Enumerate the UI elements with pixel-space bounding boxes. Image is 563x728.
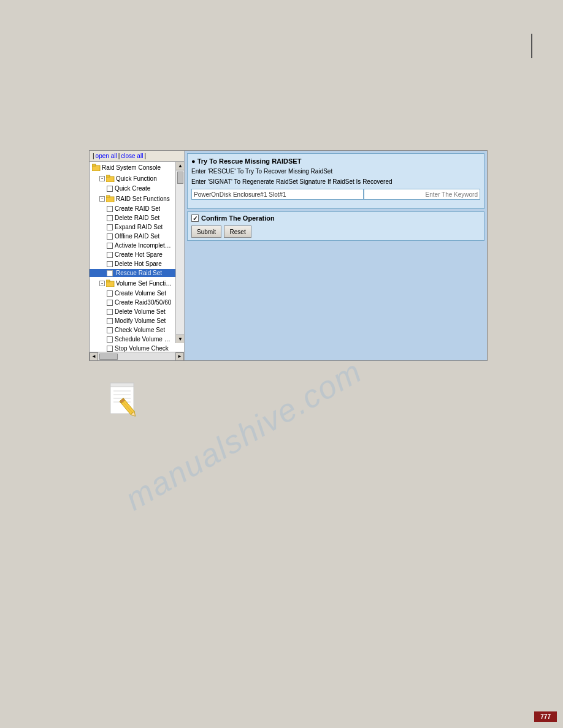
reset-button[interactable]: Reset [224,226,251,238]
svg-rect-11 [110,383,134,387]
quick-create-checkbox[interactable] [107,186,113,192]
scroll-left-arrow[interactable]: ◄ [90,352,98,361]
scroll-thumb[interactable] [177,172,183,184]
folder-icon-volume-set-functions [106,279,115,287]
modify-volume-set-checkbox[interactable] [107,318,113,324]
offline-raid-set-checkbox[interactable] [107,233,113,240]
keyword-row [191,189,480,200]
expand-raid-set-checkbox[interactable] [107,224,113,230]
pipe-left: | [93,153,94,159]
tree-item-raid-system-console[interactable]: Raid System Console [90,162,175,173]
tree-scroll-content: Raid System Console - [90,162,184,352]
note-icon-area [107,380,144,423]
tree-vertical-scrollbar[interactable]: ▲ ▼ [175,162,184,343]
right-content-area: Try To Rescue Missing RAIDSET Enter 'RES… [187,153,484,209]
tree-item-stop-volume-check[interactable]: Stop Volume Check [90,344,175,352]
info-line1: Enter 'RESCUE' To Try To Recover Missing… [191,167,480,176]
folder-icon-quick-function [106,174,115,183]
main-container: | open all | close all | [89,150,488,361]
create-hot-spare-checkbox[interactable] [107,252,113,258]
section-title: Try To Rescue Missing RAIDSET [191,157,480,165]
scroll-down-arrow[interactable]: ▼ [176,335,184,343]
right-panel-filler [185,243,487,360]
confirm-checkbox[interactable]: ✓ [191,214,199,222]
tree-item-create-volume-set[interactable]: Create Volume Set [90,289,175,298]
activate-incomplete-checkbox[interactable] [107,243,113,249]
svg-rect-1 [92,164,96,166]
pipe-mid: | [118,153,120,159]
tree-item-create-hot-spare[interactable]: Create Hot Spare [90,250,175,259]
tree-item-modify-volume-set[interactable]: Modify Volume Set [90,316,175,325]
delete-hot-spare-checkbox[interactable] [107,261,113,267]
raid-set-functions-label: RAID Set Functions [116,195,170,202]
open-all-link[interactable]: open all [96,153,117,159]
submit-button[interactable]: Submit [191,226,221,238]
svg-rect-7 [106,280,110,282]
close-all-link[interactable]: close all [121,153,143,159]
tree-item-schedule-volume-check[interactable]: Schedule Volume Check [90,335,175,344]
tree-item-raid-set-functions[interactable]: - RAID Set Functions [90,193,175,204]
check-volume-set-label: Check Volume Set [115,327,165,333]
delete-raid-set-checkbox[interactable] [107,215,113,221]
create-raid50-checkbox[interactable] [107,300,113,306]
expand-raid-set-label: Expand RAID Set [115,224,163,230]
stop-volume-check-checkbox[interactable] [107,346,113,352]
create-volume-set-checkbox[interactable] [107,290,113,297]
create-hot-spare-label: Create Hot Spare [115,251,163,258]
left-panel: | open all | close all | [90,151,185,360]
create-raid50-label: Create Raid30/50/60 [115,299,171,306]
tree-wrapper: Raid System Console - [90,162,184,352]
pencil-note-icon [107,380,141,420]
scroll-up-arrow[interactable]: ▲ [176,162,184,170]
tree-item-delete-hot-spare[interactable]: Delete Hot Spare [90,259,175,268]
pipe-right: | [144,153,146,159]
keyword-placeholder-input[interactable] [364,189,480,200]
page-wrapper: | open all | close all | [0,0,563,728]
bottom-bar: 777 [534,711,557,722]
raid-set-functions-expand[interactable]: - [99,196,105,202]
create-raid-set-checkbox[interactable] [107,206,113,212]
top-line-decoration [531,34,532,58]
check-volume-set-checkbox[interactable] [107,327,113,333]
folder-icon-raid-system [92,163,101,172]
h-scroll-thumb[interactable] [99,354,118,360]
svg-rect-5 [106,195,110,197]
confirm-section: ✓ Confirm The Operation Submit Reset [187,211,484,241]
svg-rect-3 [106,175,110,177]
tree-item-activate-incomplete[interactable]: Activate Incomplete RAID S [90,241,175,250]
volume-set-functions-label: Volume Set Functions [116,280,174,287]
tree-item-quick-function[interactable]: - Quick Function [90,173,175,184]
rescue-raid-set-label: Rescue Raid Set [115,270,163,276]
scroll-right-arrow[interactable]: ► [175,352,184,361]
schedule-volume-check-checkbox[interactable] [107,336,113,343]
folder-icon-raid-set-functions [106,194,115,203]
rescue-raid-set-checkbox[interactable] [107,270,113,276]
tree-item-delete-volume-set[interactable]: Delete Volume Set [90,307,175,316]
tree-item-offline-raid-set[interactable]: Offline RAID Set [90,232,175,241]
tree-item-check-volume-set[interactable]: Check Volume Set [90,325,175,335]
tree-item-create-raid-set[interactable]: Create RAID Set [90,204,175,213]
quick-function-label: Quick Function [116,175,157,182]
delete-volume-set-checkbox[interactable] [107,309,113,315]
info-line2: Enter 'SIGNAT' To Regenerate RaidSet Sig… [191,178,480,186]
confirm-text: Confirm The Operation [201,214,275,222]
tree-horizontal-scrollbar[interactable]: ◄ ► [90,352,184,360]
tree-item-rescue-raid-set[interactable]: Rescue Raid Set [90,268,175,278]
tree-item-create-raid50[interactable]: Create Raid30/50/60 [90,298,175,307]
quick-create-label: Quick Create [115,185,150,192]
right-panel: Try To Rescue Missing RAIDSET Enter 'RES… [185,151,487,360]
tree-item-expand-raid-set[interactable]: Expand RAID Set [90,222,175,232]
schedule-volume-check-label: Schedule Volume Check [115,336,174,343]
quick-function-expand[interactable]: - [99,176,105,181]
tree-item-volume-set-functions[interactable]: - Volume Set Functions [90,278,175,289]
offline-raid-set-label: Offline RAID Set [115,233,159,240]
raid-system-console-label: Raid System Console [102,164,161,171]
tree-item-delete-raid-set[interactable]: Delete RAID Set [90,213,175,222]
volume-set-functions-expand[interactable]: - [99,281,105,286]
confirm-label: ✓ Confirm The Operation [191,214,480,222]
keyword-input[interactable] [191,189,364,200]
create-volume-set-label: Create Volume Set [115,290,166,297]
activate-incomplete-label: Activate Incomplete RAID S [115,242,174,249]
delete-hot-spare-label: Delete Hot Spare [115,260,162,267]
tree-item-quick-create[interactable]: Quick Create [90,184,175,193]
